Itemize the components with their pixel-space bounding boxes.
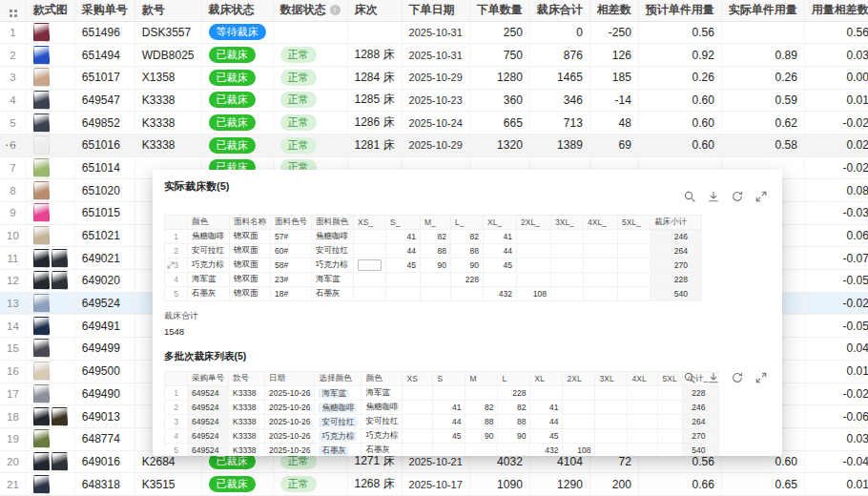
batch-list-table: 采购单号款号日期选择颜色颜色XSSMLXL2XL3XL4XL5XL小计_ 164… (164, 371, 719, 456)
size-qty-cell (451, 287, 484, 301)
style-thumbnail[interactable] (33, 339, 50, 358)
expand-icon[interactable] (755, 191, 767, 202)
detail-row[interactable]: 3巧克力棕锦双面58#巧克力棕45909045270 (165, 258, 702, 273)
style-thumbnail[interactable] (33, 46, 50, 65)
style-thumbnail[interactable] (33, 158, 50, 177)
info-icon[interactable]: ! (330, 5, 341, 15)
size-qty-input[interactable] (358, 259, 382, 271)
table-row[interactable]: 4649547K3338已裁床正常1285 床2025-10-23360346-… (0, 89, 868, 112)
table-row[interactable]: 3651017X1358已裁床正常1284 床2025-10-291280146… (0, 66, 868, 89)
color-chip[interactable]: 海军蓝 (319, 388, 349, 399)
batch-column-header: 日期 (265, 372, 315, 386)
table-row[interactable]: 5649852K3338已裁床正常1286 床2025-10-246657134… (0, 112, 868, 134)
expand-handle-icon[interactable] (167, 261, 175, 269)
detail-row[interactable]: 2安可拉红锦双面60#安可拉红44888844264 (165, 244, 702, 258)
style-thumbnail[interactable] (33, 68, 50, 87)
size-qty-cell (584, 273, 618, 287)
style-thumbnail[interactable] (33, 135, 50, 155)
style-thumbnail[interactable] (33, 114, 50, 133)
style-thumbnail[interactable] (52, 452, 68, 471)
usage_diff-cell: 0.02 (804, 134, 868, 156)
size-qty-cell: 88 (498, 415, 530, 429)
style-thumbnail[interactable] (33, 429, 50, 448)
style-thumbnail[interactable] (33, 475, 50, 494)
thumb-cell (26, 360, 74, 382)
po-cell: 649491 (74, 315, 134, 338)
reload-icon[interactable] (732, 372, 743, 383)
style-thumbnail[interactable] (52, 407, 68, 426)
size-qty-cell (403, 429, 433, 444)
size-qty-cell (618, 244, 651, 258)
fabric-color-cell: 安可拉红 (312, 244, 354, 258)
detail-row[interactable]: 4海军蓝锦双面23#海军蓝228228 (165, 273, 702, 287)
size-qty-cell: 45 (530, 429, 563, 444)
size-qty-cell (517, 258, 551, 273)
style-thumbnail[interactable] (33, 452, 50, 471)
size-qty-cell (595, 415, 628, 429)
batch-column-header: 款号 (229, 372, 265, 386)
color-chip[interactable]: 石墨灰 (319, 445, 349, 456)
detail-column-header: 颜色 (188, 216, 230, 230)
style-thumbnail[interactable] (33, 294, 50, 313)
diff-cell: 185 (589, 66, 638, 89)
expand-icon[interactable] (755, 372, 767, 383)
style-thumbnail[interactable] (33, 384, 50, 403)
detail-row[interactable]: 5石墨灰锦双面18#石墨灰432108540 (165, 287, 702, 301)
color-chip[interactable]: 巧克力棕 (319, 431, 357, 442)
cut-status-badge: 等待裁床 (209, 24, 266, 40)
thumb-cell (26, 427, 74, 450)
style-thumbnail[interactable] (33, 249, 50, 268)
row-number-cell: 2 (165, 244, 188, 258)
po-cell: 649524 (188, 401, 229, 415)
style-thumbnail[interactable] (52, 271, 68, 290)
batch-row[interactable]: 4649524K33382025-10-26巧克力棕巧克力棕4590904527… (165, 429, 719, 444)
style-thumbnail[interactable] (33, 317, 50, 336)
color-cell: 安可拉红 (188, 244, 230, 258)
style-thumbnail[interactable] (33, 362, 50, 381)
size-qty-cell (618, 273, 651, 287)
size-qty-cell (517, 273, 551, 287)
style-thumbnail[interactable] (33, 271, 50, 290)
thumb-cell (26, 66, 74, 89)
batch-row[interactable]: 5649524K33382025-10-26石墨灰石墨灰432108540 (165, 444, 719, 457)
size-qty-cell: 82 (465, 401, 498, 415)
thumb-cell (26, 315, 74, 338)
style-thumbnail[interactable] (33, 23, 50, 42)
usage_diff-cell: 0.01 (804, 89, 868, 112)
batch-row[interactable]: 2649524K33382025-10-26焦糖咖啡焦糖咖啡4182824124… (165, 401, 719, 415)
batch-row[interactable]: 3649524K33382025-10-26安可拉红安可拉红4488884426… (165, 415, 719, 429)
style-thumbnail[interactable] (52, 249, 68, 268)
download-icon[interactable] (708, 372, 719, 383)
batch-row[interactable]: 1649524K33382025-10-26海军蓝海军蓝228228 (165, 386, 719, 401)
diff-cell: 69 (589, 134, 638, 156)
detail-row[interactable]: 1焦糖咖啡锦双面57#焦糖咖啡41828241246 (165, 230, 702, 244)
color-cell: 巧克力棕 (362, 429, 403, 444)
data_status-cell: 正常 (273, 473, 347, 496)
order_date-cell: 2025-10-29 (402, 134, 469, 156)
style-thumbnail[interactable] (33, 407, 50, 426)
style-thumbnail[interactable] (33, 91, 50, 110)
cut_status-cell: 已裁床 (201, 134, 273, 156)
num-cell: 4 (0, 89, 26, 112)
download-icon[interactable] (708, 191, 719, 202)
style-thumbnail[interactable] (33, 181, 50, 200)
row-more-button[interactable]: ⋯ (5, 138, 17, 152)
usage_diff-cell: -0.05 (804, 270, 868, 293)
num-cell: 1 (0, 21, 26, 44)
search-icon[interactable] (684, 191, 695, 202)
reload-icon[interactable] (732, 191, 743, 202)
style-thumbnail[interactable] (33, 203, 50, 222)
table-row[interactable]: ⋯6651016K3338已裁床正常1281 床2025-10-29132013… (0, 134, 868, 156)
table-row[interactable]: 21648318K3515已裁床正常1268 床2025-10-17109012… (0, 473, 868, 496)
color-chip[interactable]: 焦糖咖啡 (319, 403, 357, 413)
table-row[interactable]: 2651494WDB8025已裁床正常1288 床2025-10-3175087… (0, 44, 868, 67)
thumb-cell (26, 338, 74, 361)
style-thumbnail[interactable] (33, 226, 50, 245)
table-row[interactable]: 1651496DSK3557等待裁床2025-10-312500-2500.56… (0, 21, 868, 44)
search-icon[interactable] (684, 372, 695, 383)
batch-list-toolbar (684, 372, 767, 383)
num-cell: 5 (0, 112, 26, 134)
order_qty-cell: 360 (469, 89, 529, 112)
color-chip[interactable]: 安可拉红 (319, 417, 357, 427)
po-cell: 649524 (188, 444, 229, 457)
